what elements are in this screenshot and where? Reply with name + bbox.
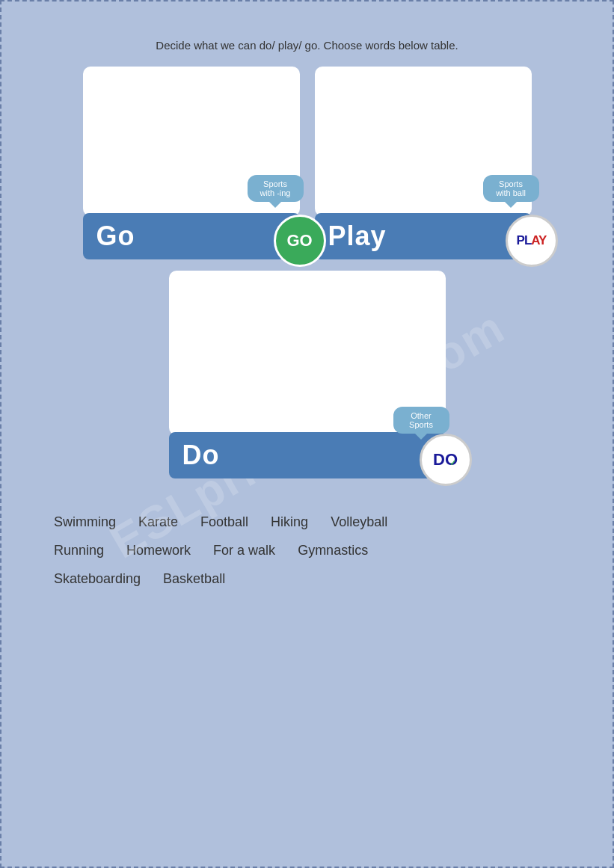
- do-bubble: OtherSports: [393, 407, 449, 434]
- play-label: Play: [328, 221, 387, 252]
- word-karate: Karate: [138, 508, 178, 537]
- word-basketball: Basketball: [163, 565, 225, 594]
- go-bubble: Sportswith -ing: [248, 175, 304, 202]
- bottom-row: OtherSports Do D O✓: [24, 271, 590, 478]
- word-hiking: Hiking: [271, 508, 308, 537]
- go-button[interactable]: GO: [274, 215, 326, 267]
- do-section: OtherSports Do D O✓: [169, 271, 446, 478]
- word-homework: Homework: [126, 537, 191, 565]
- page: ESLprintables.com Decide what we can do/…: [0, 0, 614, 868]
- play-p: PL: [517, 233, 532, 247]
- do-check-icon: ✓: [449, 458, 456, 468]
- word-football: Football: [200, 508, 248, 537]
- play-label-bar: Play PLAY: [315, 213, 532, 259]
- word-for-a-walk: For a walk: [213, 537, 275, 565]
- play-bubble: Sportswith ball: [483, 175, 539, 202]
- top-row: Sportswith -ing Go GO Sportswith ball Pl…: [24, 67, 590, 259]
- word-running: Running: [54, 537, 104, 565]
- word-volleyball: Volleyball: [331, 508, 387, 537]
- do-button[interactable]: D O✓: [420, 434, 472, 486]
- go-label: Go: [96, 221, 135, 252]
- word-list-line2: Running Homework For a walk Gymnastics: [54, 537, 560, 565]
- play-section: Sportswith ball Play PLAY: [315, 67, 532, 259]
- go-label-bar: Go GO: [83, 213, 300, 259]
- word-list: Swimming Karate Football Hiking Volleyba…: [24, 508, 590, 593]
- play-button-text: PLAY: [517, 233, 547, 248]
- play-ay: AY: [531, 233, 546, 247]
- go-section: Sportswith -ing Go GO: [83, 67, 300, 259]
- word-gymnastics: Gymnastics: [298, 537, 368, 565]
- instruction-text: Decide what we can do/ play/ go. Choose …: [24, 39, 590, 52]
- do-label-bar: Do D O✓: [169, 432, 446, 478]
- do-o: O✓: [445, 450, 458, 470]
- word-skateboarding: Skateboarding: [54, 565, 141, 594]
- word-list-line3: Skateboarding Basketball: [54, 565, 560, 594]
- do-d: D: [433, 450, 445, 470]
- word-swimming: Swimming: [54, 508, 116, 537]
- play-button[interactable]: PLAY: [506, 215, 558, 267]
- word-list-line1: Swimming Karate Football Hiking Volleyba…: [54, 508, 560, 537]
- do-label: Do: [182, 440, 220, 471]
